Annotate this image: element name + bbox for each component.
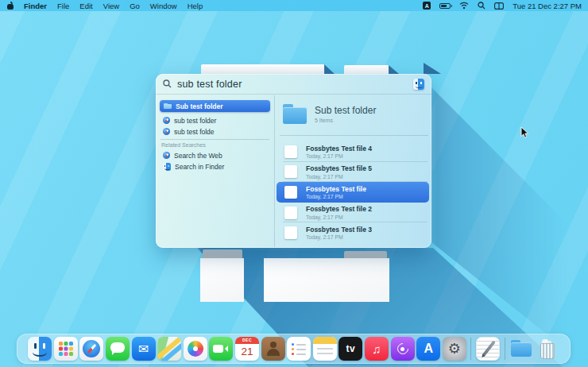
result-web-suggestion[interactable]: sub test folde [160,126,270,137]
dock-photos-icon[interactable] [184,337,207,361]
menu-clock[interactable]: Tue 21 Dec 2:27 PM [513,2,582,10]
spotlight-search-bar[interactable]: sub test folder [156,74,431,95]
finder-icon [163,163,171,171]
dock-launchpad-icon[interactable] [54,337,78,361]
dock-downloads-folder-icon[interactable] [509,337,533,361]
dock-podcasts-icon[interactable] [391,337,415,361]
menu-item-finder[interactable]: Finder [24,2,47,10]
file-date: Today, 2:17 PM [306,153,372,159]
menu-item-edit[interactable]: Edit [79,2,92,10]
document-icon [284,226,297,239]
file-row[interactable]: Fossbytes Test file 3Today, 2:17 PM [277,222,429,243]
dock-messages-icon[interactable] [106,337,130,361]
document-icon [284,186,297,199]
file-list: Fossbytes Test file 4Today, 2:17 PM Foss… [277,141,429,243]
dock-appstore-icon[interactable]: A [416,337,440,361]
document-icon [284,165,297,178]
desktop: Finder File Edit View Go Window Help A T… [0,0,588,367]
dock-facetime-icon[interactable] [209,337,233,361]
preview-title: Sub test folder [315,105,376,116]
menu-item-help[interactable]: Help [188,2,203,10]
result-top-hit[interactable]: Sub test folder [160,100,270,112]
suggestion-label: sub test folde [174,128,215,136]
file-row-selected[interactable]: Fossbytes Test fileToday, 2:17 PM [277,182,429,203]
preview-item-count: 5 Items [315,118,333,123]
search-query-text[interactable]: sub test folder [177,79,424,90]
file-name: Fossbytes Test file 4 [306,145,372,153]
dock-trash-icon[interactable] [536,337,559,361]
file-date: Today, 2:17 PM [306,194,366,199]
safari-icon [163,152,170,159]
background-window[interactable] [264,258,389,302]
search-icon [163,79,172,88]
sidebar-divider [161,139,269,140]
dock-contacts-icon[interactable] [261,337,285,361]
suggestion-label: sub test folder [174,117,216,125]
menu-item-go[interactable]: Go [130,2,140,10]
dock-safari-icon[interactable] [79,337,103,361]
file-date: Today, 2:17 PM [306,234,372,240]
battery-icon[interactable] [439,3,451,9]
folder-preview-icon [283,104,307,124]
background-window[interactable] [200,258,244,302]
file-name: Fossbytes Test file [306,185,366,193]
file-date: Today, 2:17 PM [306,174,372,180]
dock: ✉ DEC 21 tv ♫ A ⚙ [17,334,571,364]
file-name: Fossbytes Test file 5 [306,164,372,172]
dock-divider [505,338,505,360]
background-window-top[interactable] [201,64,325,74]
folder-icon [164,103,172,110]
dock-maps-icon[interactable] [157,337,181,361]
document-icon [284,145,297,158]
file-row[interactable]: Fossbytes Test file 2Today, 2:17 PM [277,203,429,223]
safari-globe-icon [163,128,170,135]
dock-music-icon[interactable]: ♫ [365,337,389,361]
menu-bar: Finder File Edit View Go Window Help A T… [0,0,588,11]
finder-app-icon [413,79,424,90]
spotlight-preview-pane: Sub test folder 5 Items Fossbytes Test f… [275,95,431,248]
result-web-suggestion[interactable]: sub test folder [160,115,270,126]
dock-finder-icon[interactable] [28,337,52,361]
control-center-icon[interactable] [494,2,504,10]
dock-divider [470,338,471,360]
background-window-top[interactable] [344,65,389,74]
dock-reminders-icon[interactable] [287,337,311,361]
related-label: Search the Web [174,152,222,160]
input-source-icon[interactable]: A [423,2,431,10]
dock-mail-icon[interactable]: ✉ [132,337,156,361]
spotlight-search-icon[interactable] [478,2,485,10]
spotlight-window: sub test folder Sub test folder sub test… [156,74,431,248]
preview-divider [280,135,428,136]
dock-system-preferences-icon[interactable]: ⚙ [443,337,466,361]
related-searches-header: Related Searches [161,142,206,148]
wifi-icon[interactable] [459,2,469,10]
menu-item-file[interactable]: File [57,2,69,10]
mouse-cursor [520,126,529,142]
file-name: Fossbytes Test file 3 [306,226,372,234]
related-label: Search in Finder [175,163,224,171]
dock-calendar-icon[interactable]: DEC 21 [235,337,259,361]
file-name: Fossbytes Test file 2 [306,205,372,213]
menu-item-window[interactable]: Window [150,2,177,10]
spotlight-results-sidebar: Sub test folder sub test folder sub test… [156,95,274,248]
dock-appletv-icon[interactable]: tv [338,337,362,361]
background-window-titlebar[interactable] [203,249,242,258]
apple-menu-icon[interactable] [7,2,14,10]
file-row[interactable]: Fossbytes Test file 4Today, 2:17 PM [277,141,429,162]
safari-globe-icon [163,117,170,124]
top-hit-label: Sub test folder [176,102,223,110]
file-date: Today, 2:17 PM [306,214,372,220]
dock-notes-icon[interactable] [313,337,337,361]
related-search-web[interactable]: Search the Web [160,150,270,160]
file-row[interactable]: Fossbytes Test file 5Today, 2:17 PM [277,162,429,183]
related-search-finder[interactable]: Search in Finder [160,161,270,172]
dock-textedit-icon[interactable] [476,337,500,361]
document-icon [284,207,297,219]
menu-item-view[interactable]: View [103,2,119,10]
background-window-titlebar[interactable] [344,251,387,258]
